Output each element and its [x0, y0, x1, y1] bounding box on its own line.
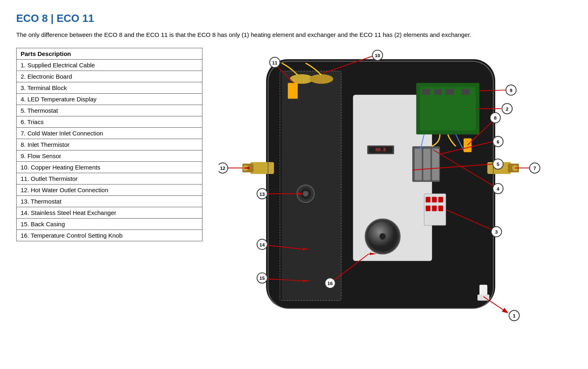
svg-text:9: 9 [510, 88, 513, 93]
svg-text:14: 14 [260, 242, 265, 247]
svg-rect-23 [415, 148, 422, 180]
svg-line-92 [266, 279, 302, 281]
svg-rect-19 [426, 206, 430, 211]
svg-line-62 [440, 141, 493, 154]
table-row-5: 5. Thermostat [17, 105, 202, 116]
svg-rect-21 [438, 206, 443, 211]
svg-rect-22 [412, 146, 440, 182]
table-row-1: 1. Supplied Electrical Cable [17, 59, 202, 71]
svg-point-60 [493, 159, 503, 169]
svg-rect-25 [432, 148, 439, 180]
svg-text:1: 1 [513, 313, 516, 318]
svg-rect-5 [282, 71, 341, 300]
content-row: Parts Description 1. Supplied Electrical… [16, 48, 572, 332]
svg-line-68 [468, 122, 492, 145]
svg-rect-8 [353, 94, 432, 261]
svg-line-53 [446, 209, 491, 229]
svg-rect-26 [416, 83, 479, 134]
svg-point-57 [493, 183, 503, 193]
svg-point-38 [297, 185, 314, 202]
svg-point-40 [303, 191, 309, 196]
svg-rect-9 [367, 145, 394, 154]
svg-point-97 [325, 278, 335, 288]
page-title: ECO 8 | ECO 11 [16, 12, 572, 25]
svg-point-14 [379, 233, 386, 240]
svg-rect-33 [243, 163, 254, 172]
svg-point-51 [502, 103, 512, 114]
svg-text:3: 3 [495, 229, 498, 234]
svg-rect-4 [333, 75, 341, 296]
svg-line-71 [479, 90, 506, 91]
svg-text:16: 16 [328, 281, 333, 286]
svg-point-34 [243, 165, 249, 171]
svg-rect-16 [426, 197, 430, 202]
parts-table: Parts Description 1. Supplied Electrical… [16, 48, 202, 241]
svg-point-12 [365, 219, 400, 254]
diagram-svg: 88.8 [219, 48, 543, 332]
svg-rect-0 [266, 59, 495, 309]
svg-rect-20 [432, 206, 437, 211]
svg-text:2: 2 [506, 106, 509, 111]
svg-point-48 [509, 310, 519, 320]
svg-point-6 [290, 74, 314, 84]
table-row-14: 14. Stainless Steel Heat Exchanger [17, 207, 202, 218]
table-row-16: 16. Temperature Control Setting Knob [17, 230, 202, 241]
svg-rect-44 [288, 83, 298, 99]
table-header: Parts Description [17, 48, 202, 59]
svg-rect-32 [250, 162, 274, 174]
svg-rect-24 [423, 148, 430, 180]
svg-text:6: 6 [496, 139, 499, 144]
svg-point-63 [493, 136, 503, 146]
table-row-2: 2. Electronic Board [17, 71, 202, 82]
diagram-area: 88.8 [219, 48, 572, 332]
svg-text:4: 4 [496, 186, 499, 191]
svg-rect-17 [432, 197, 437, 202]
svg-text:15: 15 [260, 275, 265, 281]
svg-rect-28 [422, 89, 430, 95]
svg-rect-3 [322, 75, 329, 296]
table-row-11: 11. Outlet Thermistor [17, 173, 202, 184]
table-row-13: 13. Thermostat [17, 195, 202, 207]
svg-marker-95 [303, 279, 311, 282]
svg-point-7 [309, 74, 333, 84]
svg-line-56 [433, 150, 493, 186]
svg-point-66 [530, 163, 540, 173]
table-row-10: 10. Copper Heating Elements [17, 161, 202, 173]
svg-rect-30 [446, 89, 454, 95]
svg-rect-31 [462, 89, 470, 95]
svg-point-54 [491, 226, 501, 236]
svg-rect-29 [434, 89, 442, 95]
table-row-3: 3. Terminal Block [17, 82, 202, 93]
svg-point-69 [490, 112, 500, 122]
svg-text:7: 7 [533, 165, 536, 171]
svg-text:5: 5 [496, 161, 499, 167]
table-row-12: 12. Hot Water Outlet Connection [17, 184, 202, 195]
svg-rect-41 [479, 285, 488, 300]
svg-point-13 [368, 221, 398, 251]
svg-point-89 [257, 239, 267, 249]
table-row-4: 4. LED Temperature Display [17, 93, 202, 105]
svg-line-47 [484, 296, 507, 312]
svg-line-74 [324, 56, 373, 73]
svg-text:13: 13 [260, 191, 265, 196]
svg-line-59 [412, 164, 493, 170]
table-row-7: 7. Cold Water Inlet Connection [17, 127, 202, 139]
table-row-6: 6. Triacs [17, 116, 202, 127]
svg-point-37 [512, 165, 518, 171]
svg-line-88 [266, 245, 302, 249]
svg-rect-45 [464, 138, 472, 152]
subtitle-text: The only difference between the ECO 8 an… [16, 30, 563, 40]
svg-marker-99 [370, 253, 377, 255]
svg-point-39 [300, 188, 311, 199]
table-row-9: 9. Flow Sensor [17, 150, 202, 161]
svg-rect-2 [309, 75, 317, 296]
svg-rect-46 [268, 61, 493, 308]
svg-rect-35 [487, 162, 511, 174]
svg-line-96 [333, 254, 369, 281]
svg-marker-87 [298, 192, 305, 195]
svg-text:12: 12 [220, 165, 226, 171]
table-row-15: 15. Back Casing [17, 218, 202, 230]
svg-rect-27 [420, 87, 476, 130]
table-row-8: 8. Inlet Thermistor [17, 139, 202, 150]
svg-text:11: 11 [272, 60, 278, 65]
